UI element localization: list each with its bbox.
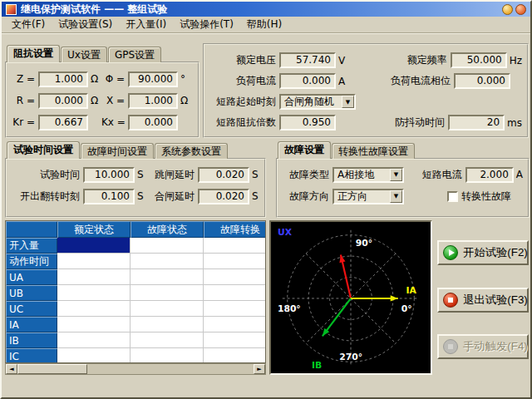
table-cell[interactable] — [131, 332, 204, 348]
row-header: IB — [6, 332, 57, 348]
load-current-unit: A — [336, 76, 352, 87]
minimize-button[interactable] — [502, 4, 513, 15]
r-input[interactable]: 0.000 — [38, 93, 88, 109]
r-label: R = — [12, 95, 38, 106]
title-bar: 继电保护测试软件 —— 整组试验 — [2, 2, 530, 17]
tab-test-time[interactable]: 试验时间设置 — [7, 141, 80, 159]
chevron-down-icon[interactable]: ▼ — [390, 169, 402, 181]
table-cell[interactable] — [204, 269, 266, 285]
menu-inputs[interactable]: 开入量(I) — [119, 16, 173, 33]
phi-input[interactable]: 90.000 — [128, 71, 178, 87]
row-header: UA — [6, 269, 57, 285]
table-cell[interactable] — [57, 238, 131, 254]
table-cell[interactable] — [57, 269, 131, 285]
table-cell[interactable] — [57, 332, 131, 348]
tab-ux-settings[interactable]: Ux设置 — [61, 47, 107, 62]
fault-type-combo[interactable]: A相接地 ▼ — [332, 167, 404, 183]
fault-direction-label: 故障方向 — [283, 190, 332, 204]
flip-time-label: 开出翻转时刻 — [12, 190, 83, 204]
menu-test-operation[interactable]: 试验操作(T) — [173, 16, 240, 33]
tab-fault-time[interactable]: 故障时间设置 — [81, 143, 154, 159]
impedance-panel: 阻抗设置 Ux设置 GPS设置 Z = 1.000 Ω Φ = 90.000 °… — [5, 45, 200, 138]
table-row: IB — [6, 332, 265, 348]
chevron-down-icon[interactable]: ▼ — [390, 190, 402, 203]
debounce-input[interactable]: 20 — [448, 115, 505, 131]
trip-delay-input[interactable]: 0.020 — [198, 167, 249, 183]
load-current-input[interactable]: 0.000 — [279, 73, 336, 89]
phasor-svg: UX90°IA0°180°270°IB — [271, 222, 431, 373]
short-current-input[interactable]: 2.000 — [466, 167, 514, 183]
phasor-vector-head — [391, 295, 398, 301]
fault-type-combo-value: A相接地 — [337, 168, 388, 182]
menu-test-settings[interactable]: 试验设置(S) — [52, 16, 119, 33]
table-hscrollbar[interactable]: ◄ ► — [5, 363, 266, 375]
tab-impedance-settings[interactable]: 阻抗设置 — [7, 45, 60, 62]
phasor-label: 90° — [356, 238, 372, 249]
table-cell[interactable] — [204, 254, 266, 269]
table-cell[interactable] — [57, 317, 131, 332]
rated-freq-input[interactable]: 50.000 — [451, 52, 507, 68]
x-input[interactable]: 1.000 — [128, 93, 178, 109]
trigger-icon — [443, 339, 458, 354]
chevron-down-icon[interactable]: ▼ — [342, 96, 354, 108]
tab-fault-settings[interactable]: 故障设置 — [278, 141, 331, 159]
exit-test-label: 退出试验(F3) — [463, 293, 528, 308]
close-delay-label: 合闸延时 — [146, 190, 198, 204]
table-cell[interactable] — [131, 348, 204, 363]
table-cell[interactable] — [57, 348, 131, 363]
convertible-fault-checkbox[interactable] — [447, 191, 458, 202]
table-cell[interactable] — [57, 285, 131, 301]
exit-test-button[interactable]: 退出试验(F3) — [437, 288, 529, 313]
scroll-left-icon[interactable]: ◄ — [6, 364, 17, 374]
table-cell[interactable] — [204, 301, 266, 317]
flip-time-input[interactable]: 0.100 — [83, 189, 135, 204]
start-test-button[interactable]: 开始试验(F2) — [437, 240, 529, 265]
table-cell[interactable] — [57, 254, 131, 269]
rated-freq-unit: Hz — [507, 55, 522, 66]
table-row: 开入量 — [6, 238, 265, 254]
rated-voltage-input[interactable]: 57.740 — [279, 52, 336, 68]
kx-label: Kx = — [101, 116, 128, 128]
scroll-right-icon[interactable]: ► — [254, 364, 265, 374]
table-cell[interactable] — [131, 238, 204, 254]
time-settings-tabbody: 试验时间 10.000 S 跳闸延时 0.020 S 开出翻转时刻 0.100 … — [5, 158, 266, 218]
table-cell[interactable] — [131, 317, 204, 332]
table-cell[interactable] — [204, 317, 266, 332]
tab-gps-settings[interactable]: GPS设置 — [108, 47, 161, 62]
start-icon — [443, 245, 458, 260]
tab-convertible-fault-settings[interactable]: 转换性故障设置 — [332, 143, 415, 159]
impedance-multiple-input[interactable]: 0.950 — [279, 115, 336, 131]
z-unit: Ω — [88, 73, 101, 85]
table-cell[interactable] — [131, 269, 204, 285]
table-cell[interactable] — [131, 301, 204, 317]
fault-direction-combo[interactable]: 正方向 ▼ — [332, 189, 404, 204]
tab-system-params[interactable]: 系统参数设置 — [155, 143, 228, 159]
manual-trigger-button[interactable]: 手动触发(F4) — [437, 334, 529, 359]
table-cell[interactable] — [204, 285, 266, 301]
load-current-label: 负荷电流 — [209, 74, 279, 88]
x-label: X = — [101, 95, 128, 106]
menu-help[interactable]: 帮助(H) — [240, 16, 288, 33]
z-input[interactable]: 1.000 — [38, 71, 88, 87]
close-delay-input[interactable]: 0.020 — [198, 189, 249, 204]
load-current-phase-input[interactable]: 0.000 — [454, 73, 510, 89]
table-cell[interactable] — [204, 332, 266, 348]
test-time-input[interactable]: 10.000 — [83, 167, 135, 183]
scrollbar-thumb[interactable] — [17, 364, 87, 374]
table-cell[interactable] — [204, 348, 266, 363]
short-start-combo[interactable]: 合闸角随机 ▼ — [279, 94, 356, 110]
phasor-label: 0° — [401, 303, 412, 314]
menu-file[interactable]: 文件(F) — [5, 16, 52, 33]
table-cell[interactable] — [131, 254, 204, 269]
window-title: 继电保护测试软件 —— 整组试验 — [21, 2, 167, 17]
kr-input[interactable]: 0.667 — [38, 115, 88, 131]
close-button[interactable] — [515, 4, 526, 15]
row-header: IC — [6, 348, 57, 363]
rated-voltage-label: 额定电压 — [209, 53, 279, 67]
kx-input[interactable]: 0.000 — [128, 115, 178, 131]
table-cell[interactable] — [131, 285, 204, 301]
row-header: 动作时间 — [6, 254, 57, 269]
table-cell[interactable] — [57, 301, 131, 317]
table-cell[interactable] — [204, 238, 266, 254]
table-row: UA — [6, 269, 265, 285]
